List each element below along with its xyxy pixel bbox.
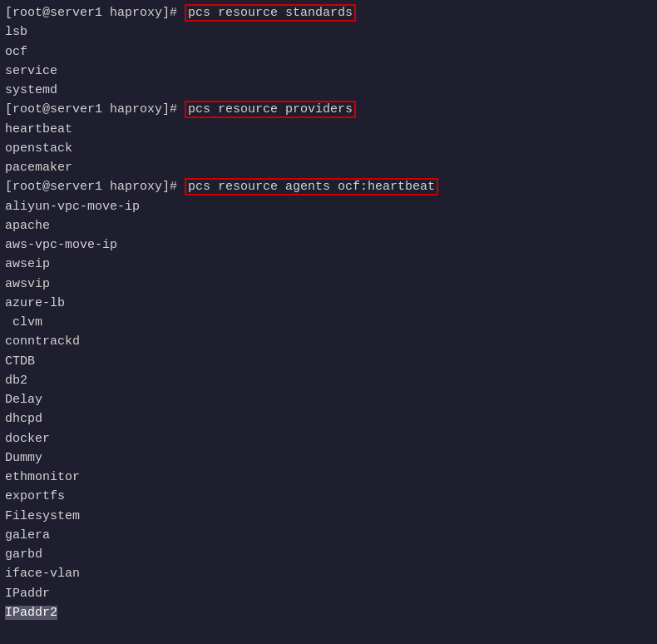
output-apache: apache [5, 216, 652, 235]
output-conntrackd: conntrackd [5, 332, 652, 351]
output-heartbeat: heartbeat [5, 120, 652, 139]
output-ipaddr2: IPaddr2 [5, 603, 652, 622]
output-iface-vlan: iface-vlan [5, 564, 652, 583]
output-clvm: clvm [5, 313, 652, 332]
command-1: pcs resource standards [185, 4, 356, 22]
output-azure: azure-lb [5, 294, 652, 313]
command-3: pcs resource agents ocf:heartbeat [185, 178, 438, 196]
output-openstack: openstack [5, 139, 652, 158]
output-garbd: garbd [5, 545, 652, 564]
selected-text: IPaddr2 [5, 606, 57, 620]
output-filesystem: Filesystem [5, 507, 652, 526]
prompt-2: [root@server1 haproxy]# [5, 102, 185, 116]
terminal-window: [root@server1 haproxy]# pcs resource sta… [0, 0, 657, 644]
prompt-3: [root@server1 haproxy]# [5, 180, 185, 194]
output-dummy: Dummy [5, 448, 652, 468]
output-ctdb: CTDB [5, 352, 652, 371]
terminal-line-2: [root@server1 haproxy]# pcs resource pro… [5, 100, 652, 119]
output-dhcpd: dhcpd [5, 409, 652, 429]
output-lsb: lsb [5, 22, 652, 42]
terminal-line-3: [root@server1 haproxy]# pcs resource age… [5, 177, 652, 196]
terminal-line-1: [root@server1 haproxy]# pcs resource sta… [5, 3, 652, 22]
output-aliyun: aliyun-vpc-move-ip [5, 197, 652, 216]
output-service: service [5, 62, 652, 81]
prompt-1: [root@server1 haproxy]# [5, 6, 185, 20]
output-galera: galera [5, 526, 652, 545]
output-ocf: ocf [5, 42, 652, 62]
output-docker: docker [5, 429, 652, 448]
output-ethmonitor: ethmonitor [5, 468, 652, 487]
output-awsvip: awsvip [5, 275, 652, 294]
output-pacemaker: pacemaker [5, 158, 652, 177]
output-systemd: systemd [5, 81, 652, 100]
command-2: pcs resource providers [185, 101, 356, 118]
output-aws-vpc: aws-vpc-move-ip [5, 235, 652, 255]
output-awseip: awseip [5, 255, 652, 274]
output-ipaddr: IPaddr [5, 584, 652, 603]
output-exportfs: exportfs [5, 487, 652, 506]
output-db2: db2 [5, 371, 652, 390]
output-delay: Delay [5, 390, 652, 409]
